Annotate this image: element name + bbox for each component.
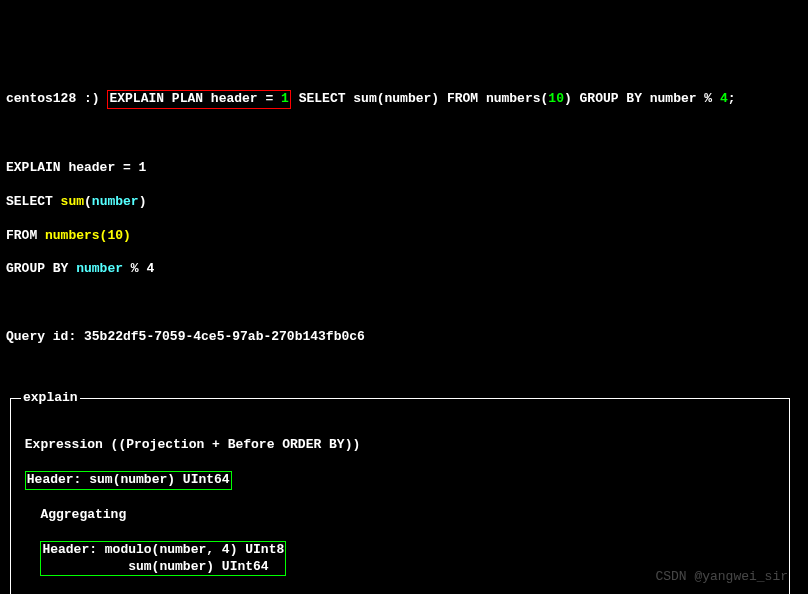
terminal-output: centos128 :) EXPLAIN PLAN header = 1 SEL… [6,74,802,594]
prompt-line-1[interactable]: centos128 :) EXPLAIN PLAN header = 1 SEL… [6,90,802,109]
echo-line: GROUP BY number % 4 [6,261,802,278]
header-highlight: Header: sum(number) UInt64 [25,471,232,490]
plan-line: Expression ((Projection + Before ORDER B… [17,437,783,454]
host: centos128 :) [6,91,107,106]
echo-line: EXPLAIN header = 1 [6,160,802,177]
explain-title: explain [21,390,80,407]
plan-line: Aggregating [17,507,783,524]
explain-highlight: EXPLAIN PLAN header = 1 [107,90,290,109]
echo-line: SELECT sum(number) [6,194,802,211]
explain-box-1: explain Expression ((Projection + Before… [10,398,790,594]
query-id: Query id: 35b22df5-7059-4ce5-97ab-270b14… [6,329,802,346]
watermark: CSDN @yangwei_sir [655,569,788,586]
header-highlight: Header: modulo(number, 4) UInt8 sum(numb… [40,541,286,577]
echo-line: FROM numbers(10) [6,228,802,245]
plan-line: Header: sum(number) UInt64 [17,471,783,490]
